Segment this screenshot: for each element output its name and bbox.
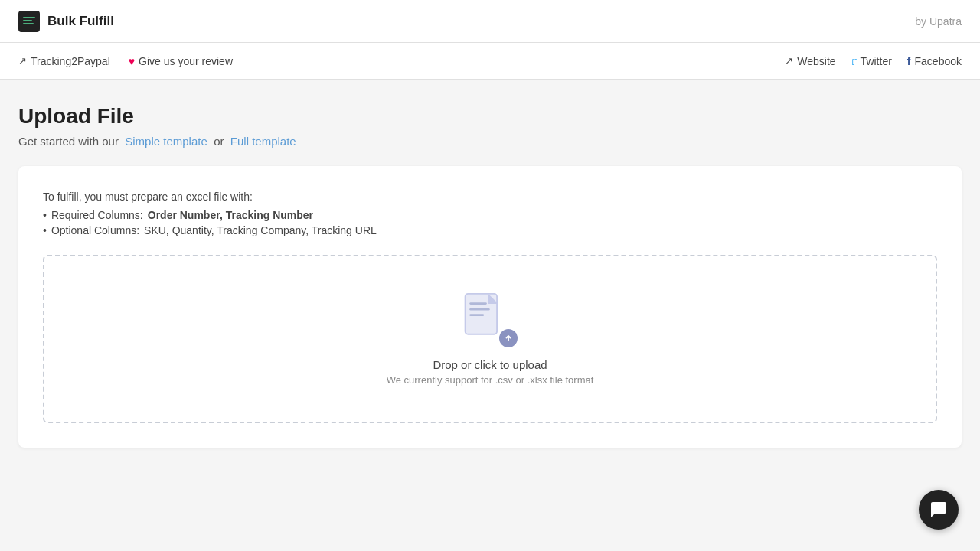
sub-nav-right: ↗ Website 𝕣 Twitter f Facebook <box>785 55 962 67</box>
facebook-icon: f <box>907 55 911 67</box>
app-title: Bulk Fulfill <box>47 14 114 29</box>
upload-secondary-text: We currently support for .csv or .xlsx f… <box>387 374 594 386</box>
byline: by Upatra <box>915 15 962 28</box>
subtitle-prefix: Get started with our <box>18 135 119 148</box>
top-nav: Bulk Fulfill by Upatra <box>0 0 980 43</box>
facebook-link[interactable]: f Facebook <box>907 55 962 67</box>
heart-icon: ♥ <box>129 55 135 67</box>
tracking2paypal-label: Tracking2Paypal <box>31 55 110 67</box>
instructions: To fulfill, you must prepare an excel fi… <box>43 191 937 236</box>
optional-columns-item: Optional Columns: SKU, Quantity, Trackin… <box>43 224 937 236</box>
required-value: Order Number, Tracking Number <box>148 209 313 221</box>
upload-arrow-icon <box>499 329 518 347</box>
required-columns-item: Required Columns: Order Number, Tracking… <box>43 209 937 221</box>
subtitle-or: or <box>214 135 224 148</box>
chat-button[interactable] <box>919 490 959 530</box>
svg-rect-4 <box>469 302 487 305</box>
facebook-label: Facebook <box>915 55 962 67</box>
svg-rect-5 <box>469 308 489 311</box>
upload-zone[interactable]: Drop or click to upload We currently sup… <box>43 255 937 423</box>
full-template-link[interactable]: Full template <box>230 135 296 148</box>
required-prefix: Required Columns: <box>51 209 143 221</box>
app-logo <box>18 11 40 32</box>
upload-icon-container <box>462 292 518 347</box>
external-icon: ↗ <box>18 55 27 67</box>
external-icon-website: ↗ <box>785 55 793 67</box>
optional-value: SKU, Quantity, Tracking Company, Trackin… <box>144 224 377 236</box>
sub-nav: ↗ Tracking2Paypal ♥ Give us your review … <box>0 43 980 80</box>
svg-rect-6 <box>469 314 484 316</box>
page-subtitle: Get started with our Simple template or … <box>18 135 962 148</box>
page-title: Upload File <box>18 104 962 129</box>
simple-template-link[interactable]: Simple template <box>125 135 207 148</box>
svg-rect-0 <box>23 17 35 18</box>
review-link[interactable]: ♥ Give us your review <box>129 55 233 67</box>
twitter-label: Twitter <box>861 55 892 67</box>
svg-rect-1 <box>23 20 32 21</box>
twitter-link[interactable]: 𝕣 Twitter <box>851 55 892 67</box>
twitter-icon: 𝕣 <box>851 55 857 67</box>
svg-rect-2 <box>23 23 34 24</box>
upload-card: To fulfill, you must prepare an excel fi… <box>18 166 962 448</box>
tracking2paypal-link[interactable]: ↗ Tracking2Paypal <box>18 55 110 67</box>
optional-prefix: Optional Columns: <box>51 224 139 236</box>
upload-primary-text: Drop or click to upload <box>433 358 547 371</box>
sub-nav-left: ↗ Tracking2Paypal ♥ Give us your review <box>18 55 233 67</box>
nav-brand: Bulk Fulfill <box>18 11 114 32</box>
main-content: Upload File Get started with our Simple … <box>0 80 980 472</box>
website-link[interactable]: ↗ Website <box>785 55 835 67</box>
review-label: Give us your review <box>139 55 233 67</box>
website-label: Website <box>797 55 835 67</box>
instructions-intro: To fulfill, you must prepare an excel fi… <box>43 191 937 203</box>
instructions-list: Required Columns: Order Number, Tracking… <box>43 209 937 236</box>
